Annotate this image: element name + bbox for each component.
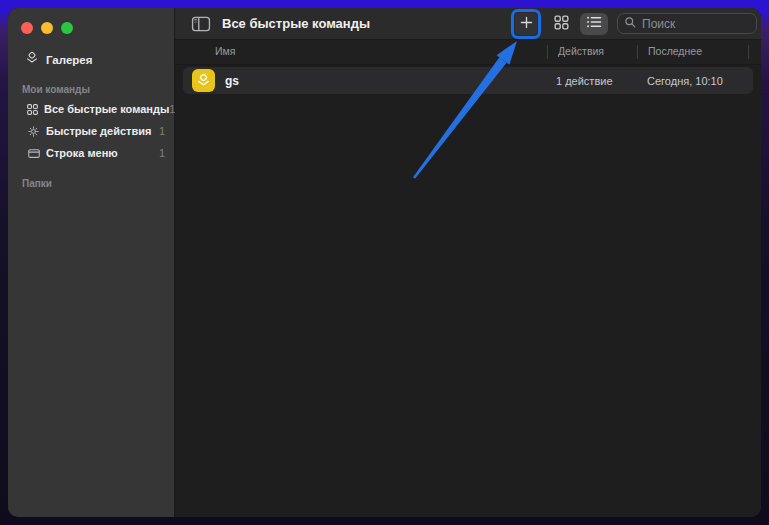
- sidebar-item-menu-bar[interactable]: Строка меню 1: [8, 142, 174, 164]
- shortcut-list: gs 1 действие Сегодня, 10:10: [175, 65, 761, 517]
- window-controls: [8, 22, 174, 34]
- sidebar-toggle-button[interactable]: [190, 15, 212, 33]
- annotation-highlight-box: [511, 9, 541, 39]
- sidebar-item-label: Галерея: [46, 54, 92, 66]
- grid-icon: [26, 103, 39, 116]
- gallery-icon: [25, 51, 39, 69]
- menu-bar-icon: [26, 147, 41, 160]
- sidebar-item-label: Быстрые действия: [46, 125, 151, 137]
- sidebar: Галерея Мои команды Все быстрые команды …: [8, 8, 175, 517]
- list-view-button[interactable]: [580, 13, 608, 35]
- shortcut-last-modified: Сегодня, 10:10: [647, 75, 723, 87]
- column-header-last[interactable]: Последнее: [648, 45, 702, 57]
- item-count-badge: 1: [159, 125, 165, 137]
- minimize-window-button[interactable]: [41, 22, 53, 34]
- grid-view-icon: [553, 14, 570, 34]
- gear-icon: [26, 125, 41, 138]
- column-divider: [748, 45, 749, 59]
- sidebar-item-label: Строка меню: [46, 147, 118, 159]
- close-window-button[interactable]: [21, 22, 33, 34]
- sidebar-item-gallery[interactable]: Галерея: [8, 50, 174, 70]
- sidebar-item-all-shortcuts[interactable]: Все быстрые команды 1: [8, 98, 174, 120]
- toolbar: Все быстрые команды: [175, 8, 761, 40]
- plus-icon: [519, 15, 534, 33]
- shortcut-actions-count: 1 действие: [556, 75, 613, 87]
- sidebar-section-my-shortcuts: Мои команды: [8, 84, 174, 98]
- main-panel: Все быстрые команды: [175, 8, 761, 517]
- search-field[interactable]: [617, 13, 757, 34]
- column-divider: [547, 45, 548, 59]
- sidebar-item-label: Все быстрые команды: [44, 103, 169, 115]
- screenshot-background: Галерея Мои команды Все быстрые команды …: [0, 0, 769, 525]
- search-icon: [624, 15, 637, 33]
- column-header-name[interactable]: Имя: [215, 45, 235, 57]
- sidebar-item-quick-actions[interactable]: Быстрые действия 1: [8, 120, 174, 142]
- item-count-badge: 1: [159, 147, 165, 159]
- list-view-icon: [586, 15, 603, 32]
- grid-view-button[interactable]: [550, 13, 572, 35]
- page-title: Все быстрые команды: [222, 16, 370, 31]
- shortcuts-app-window: Галерея Мои команды Все быстрые команды …: [8, 8, 761, 517]
- shortcut-name: gs: [225, 74, 239, 88]
- table-header: Имя Действия Последнее: [175, 40, 761, 65]
- sidebar-section-folders: Папки: [8, 178, 174, 192]
- column-header-actions[interactable]: Действия: [558, 45, 604, 57]
- zoom-window-button[interactable]: [61, 22, 73, 34]
- add-shortcut-button[interactable]: [515, 13, 537, 35]
- shortcut-icon: [192, 69, 215, 92]
- search-input[interactable]: [642, 17, 750, 31]
- table-row[interactable]: gs 1 действие Сегодня, 10:10: [183, 67, 753, 94]
- column-divider: [637, 45, 638, 59]
